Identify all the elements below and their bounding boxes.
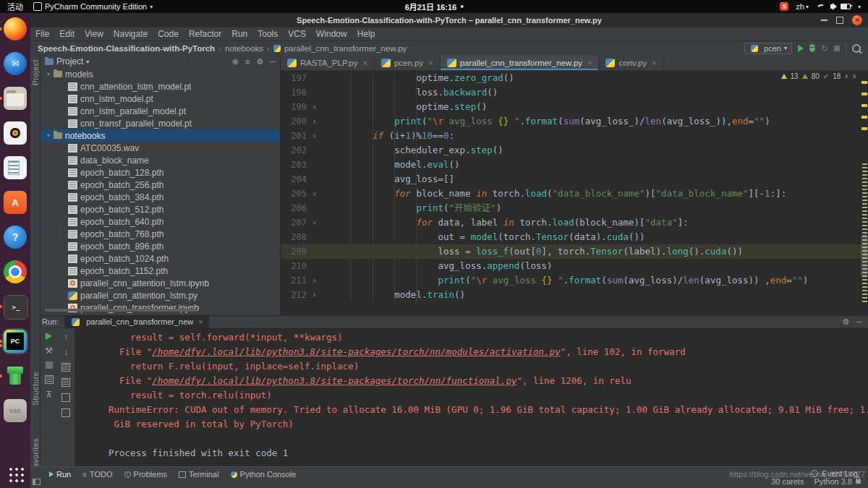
tree-item-cnn_attention_lstm_model.pt[interactable]: cnn_attention_lstm_model.pt [41, 80, 280, 93]
dock-item-thunderbird[interactable]: ✉ [4, 52, 27, 75]
hide-panel-icon[interactable]: ─ [856, 317, 862, 326]
maximize-button[interactable] [836, 17, 843, 24]
menu-navigate[interactable]: Navigate [109, 29, 153, 39]
run-configuration-selector[interactable]: pcen ▾ [744, 43, 792, 54]
system-menu-chevron-icon[interactable]: ▾ [858, 4, 861, 10]
tab-conv.py[interactable]: conv.py× [599, 55, 663, 70]
inspections-widget[interactable]: 13 80 ✔ 18 ∧ ∨ [781, 72, 856, 80]
editor-scrollbar[interactable] [861, 234, 868, 278]
menu-edit[interactable]: Edit [54, 29, 80, 39]
dock-item-ssd[interactable]: SSD [4, 399, 27, 422]
down-stacktrace-icon[interactable]: ↓ [64, 348, 68, 356]
code-line-206[interactable]: 206print("开始验证") [281, 201, 868, 215]
soft-wrap-icon[interactable] [61, 363, 70, 372]
fold-marker-icon[interactable]: ∨ [312, 129, 316, 143]
volume-icon[interactable] [830, 4, 833, 9]
fold-marker-icon[interactable]: ∧ [312, 114, 316, 129]
menu-code[interactable]: Code [153, 29, 184, 39]
code-line-207[interactable]: 207∨for data, label in torch.load(block_… [281, 215, 868, 230]
code-line-200[interactable]: 200∧print("\r avg_loss {} ".format(sum(a… [281, 114, 868, 129]
dock-item-libreoffice-writer[interactable] [4, 156, 27, 179]
breadcrumb-item[interactable]: Speech-Emotion-Classification-with-PyTor… [36, 44, 216, 53]
search-everywhere-icon[interactable] [852, 44, 861, 53]
code-line-204[interactable]: 204avg_loss=[] [281, 172, 868, 187]
fold-marker-icon[interactable]: ∨ [312, 215, 316, 230]
code-line-198[interactable]: 198loss.backward() [281, 85, 868, 100]
code-line-201[interactable]: 201∨if (i+1)%10==0: [281, 129, 868, 143]
code-line-202[interactable]: 202scheduler_exp.step() [281, 143, 868, 158]
tree-item-epoch_batch_896.pth[interactable]: epoch_batch_896.pth [41, 240, 280, 252]
close-tab-icon[interactable]: × [587, 59, 592, 67]
menu-run[interactable]: Run [226, 29, 252, 39]
tree-item-epoch_batch_256.pth[interactable]: epoch_batch_256.pth [41, 179, 280, 191]
next-error-icon[interactable]: ∨ [852, 73, 856, 80]
tree-item-cnn_transf_parallel_model.pt[interactable]: cnn_transf_parallel_model.pt [41, 117, 280, 129]
close-tab-icon[interactable]: × [652, 59, 656, 67]
code-line-197[interactable]: 197optime.zero_grad() [281, 71, 868, 85]
tree-item-models[interactable]: ▾models [41, 68, 280, 80]
code-line-208[interactable]: 208out = model(torch.Tensor(data).cuda()… [281, 230, 868, 244]
run-tab[interactable]: parallel_cnn_transformer_new × [64, 316, 208, 328]
code-line-199[interactable]: 199∧optime.step() [281, 100, 868, 114]
stripe-project-label[interactable]: Project [31, 59, 40, 85]
settings-gear-icon[interactable]: ⚙ [256, 57, 263, 67]
hide-panel-icon[interactable]: ─ [270, 57, 276, 66]
menu-refactor[interactable]: Refactor [184, 29, 226, 39]
traceback-file-link[interactable]: /home/dfy/.local/lib/python3.8/site-pack… [152, 346, 560, 357]
menu-file[interactable]: File [30, 29, 54, 39]
wifi-icon[interactable] [816, 4, 823, 9]
clear-console-icon[interactable] [61, 408, 70, 417]
close-tab-icon[interactable]: × [362, 59, 367, 67]
tree-item-parallel_cnn_transformer.ipynb[interactable]: parallel_cnn_transformer.ipynb [41, 301, 280, 314]
scroll-to-end-icon[interactable] [61, 378, 70, 387]
expanded-chevron-icon[interactable]: ▾ [45, 132, 52, 139]
tab-RASTA_PLP.py[interactable]: RASTA_PLP.py× [281, 55, 375, 70]
tree-item-epoch_batch_768.pth[interactable]: epoch_batch_768.pth [41, 228, 280, 240]
close-button[interactable]: ✕ [852, 15, 862, 25]
stripe-structure-label[interactable]: Structure [31, 372, 40, 406]
dock-item-green-pipe[interactable] [4, 364, 27, 388]
language-indicator[interactable]: zh ▾ [796, 2, 809, 11]
run-with-coverage-icon[interactable]: ↻ [821, 44, 828, 53]
collapse-all-icon[interactable]: ≡ [245, 57, 250, 66]
statusbar-python-console-button[interactable]: Python Console [231, 470, 297, 479]
menu-help[interactable]: Help [352, 29, 380, 39]
tree-item-ATC00035.wav[interactable]: ATC00035.wav [41, 142, 280, 154]
statusbar-todo-button[interactable]: ≡TODO [82, 470, 112, 479]
up-stacktrace-icon[interactable]: ↑ [64, 333, 68, 341]
dock-item-chrome[interactable] [4, 260, 27, 283]
code-editor[interactable]: 197optime.zero_grad()198loss.backward()1… [281, 71, 868, 302]
battery-icon[interactable] [841, 4, 851, 9]
code-line-205[interactable]: 205∨for block_name in torch.load("data_b… [281, 187, 868, 201]
clock[interactable]: 6月21日 16:16 [405, 1, 464, 12]
activities-button[interactable]: 活动 [7, 1, 23, 12]
project-panel-header[interactable]: Project ▾ ⊕ ≡ ⚙ ─ [41, 55, 280, 68]
debug-button[interactable] [809, 44, 815, 52]
sogou-input-icon[interactable]: S [780, 2, 788, 11]
horizontal-scrollbar[interactable] [45, 309, 197, 312]
run-console-output[interactable]: result = self.forward(*input, **kwargs) … [75, 328, 868, 466]
tree-item-cnn_lstm_model.pt[interactable]: cnn_lstm_model.pt [41, 93, 280, 105]
dock-item-files[interactable] [4, 87, 27, 110]
edit-configuration-icon[interactable]: ⚒ [45, 346, 53, 355]
show-applications-icon[interactable] [7, 465, 24, 482]
tab-parallel_cnn_transformer_new.py[interactable]: parallel_cnn_transformer_new.py× [441, 55, 600, 70]
tree-item-epoch_batch_1152.pth[interactable]: epoch_batch_1152.pth [41, 265, 280, 277]
tree-item-epoch_batch_384.pth[interactable]: epoch_batch_384.pth [41, 191, 280, 203]
tree-item-cnn_lstm_parallel_model.pt[interactable]: cnn_lstm_parallel_model.pt [41, 105, 280, 117]
statusbar-run-button[interactable]: Run [49, 470, 71, 479]
tree-item-notebooks[interactable]: ▾notebooks [41, 129, 280, 142]
dock-item-terminal[interactable]: >_ [4, 295, 27, 318]
tree-item-epoch_batch_640.pth[interactable]: epoch_batch_640.pth [41, 215, 280, 228]
tree-item-parallel_cnn_attention_lstm.ipynb[interactable]: parallel_cnn_attention_lstm.ipynb [41, 277, 280, 289]
fold-marker-icon[interactable]: ∧ [312, 273, 316, 288]
minimize-button[interactable] [821, 20, 827, 21]
code-line-210[interactable]: 210avg_loss.append(loss) [281, 259, 868, 273]
close-icon[interactable]: × [198, 317, 203, 326]
tab-pcen.py[interactable]: pcen.py× [375, 55, 441, 70]
breadcrumb-item[interactable]: notebooks [224, 44, 265, 53]
expanded-chevron-icon[interactable]: ▾ [45, 71, 52, 77]
code-line-211[interactable]: 211∧print("\r avg_loss {} ".format(sum(a… [281, 273, 868, 288]
fold-marker-icon[interactable]: ∨ [312, 187, 316, 201]
rerun-button[interactable] [46, 333, 52, 340]
